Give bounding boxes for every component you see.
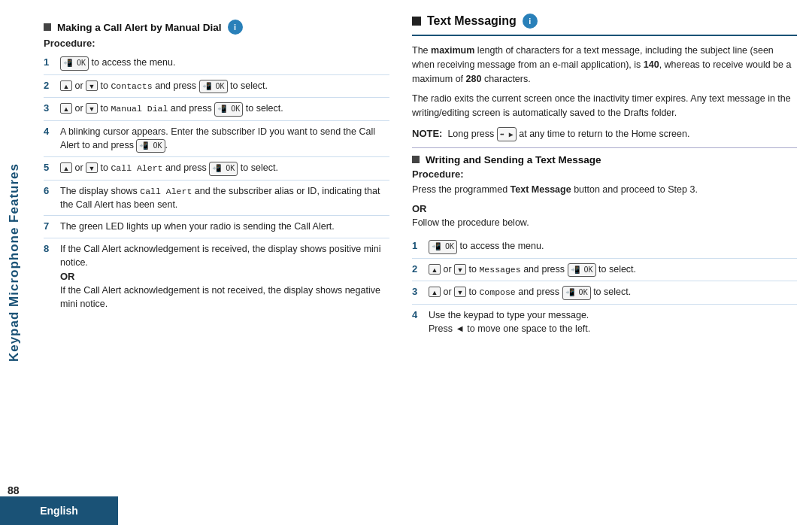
right-step-2: 2 ▲ or ▼ to Messages and press 📲 OK to s… bbox=[412, 259, 797, 282]
right-sub-divider bbox=[412, 147, 797, 148]
right-intro2: Follow the procedure below. bbox=[412, 216, 797, 230]
ok-key-icon: 📲 OK bbox=[214, 102, 243, 117]
right-subsection-square bbox=[412, 156, 420, 163]
left-procedure-label: Procedure: bbox=[44, 38, 389, 49]
left-section-title-row: Making a Call Alert by Manual Dial i bbox=[44, 20, 389, 35]
right-section-icon: i bbox=[523, 14, 538, 29]
left-section-square bbox=[44, 23, 51, 31]
right-subsection-title-row: Writing and Sending a Text Message bbox=[412, 154, 797, 165]
right-step-4: 4 Use the keypad to type your message. P… bbox=[412, 305, 797, 339]
arrow-up-icon-r3: ▲ bbox=[429, 287, 441, 297]
arrow-down-icon: ▼ bbox=[86, 103, 98, 114]
left-step-1: 1 📲 OK to access the menu. bbox=[44, 52, 389, 75]
arrow-down-icon-r2: ▼ bbox=[454, 264, 466, 275]
footer: English bbox=[0, 496, 118, 525]
right-section-title-row: Text Messaging i bbox=[412, 14, 797, 29]
left-step-4: 4 A blinking cursor appears. Enter the s… bbox=[44, 121, 389, 158]
arrow-up-icon: ▲ bbox=[60, 80, 72, 91]
ok-key-icon: 📲 OK bbox=[199, 80, 228, 94]
ok-key-icon-r3: 📲 OK bbox=[562, 286, 591, 300]
right-step-3: 3 ▲ or ▼ to Compose and press 📲 OK to se… bbox=[412, 281, 797, 305]
ok-key-icon: 📲 OK bbox=[136, 139, 165, 153]
left-step-2: 2 ▲ or ▼ to Contacts and press 📲 OK to s… bbox=[44, 75, 389, 99]
arrow-down-icon-r3: ▼ bbox=[454, 287, 466, 297]
ok-key-icon: 📲 OK bbox=[209, 162, 238, 176]
right-note: NOTE: Long press ⬌ ▶ at any time to retu… bbox=[412, 126, 797, 141]
right-section-square bbox=[412, 17, 421, 26]
page-number: 88 bbox=[8, 484, 20, 496]
right-intro1: Press the programmed Text Message button… bbox=[412, 183, 797, 197]
sidebar: Keypad Microphone Features bbox=[0, 0, 29, 525]
right-or-label: OR bbox=[412, 203, 797, 214]
left-step-8: 8 If the Call Alert acknowledgement is r… bbox=[44, 238, 389, 314]
left-step-3: 3 ▲ or ▼ to Manual Dial and press 📲 OK t… bbox=[44, 98, 389, 121]
ok-key-icon-r2: 📲 OK bbox=[568, 263, 596, 278]
right-procedure-label: Procedure: bbox=[412, 168, 797, 180]
left-column: Making a Call Alert by Manual Dial i Pro… bbox=[44, 14, 389, 489]
arrow-up-icon: ▲ bbox=[60, 103, 72, 114]
left-steps-list: 1 📲 OK to access the menu. 2 ▲ or ▼ to C… bbox=[44, 52, 389, 315]
home-key-icon: ⬌ ▶ bbox=[497, 127, 517, 141]
right-para1: The maximum length of characters for a t… bbox=[412, 44, 797, 86]
arrow-up-icon: ▲ bbox=[60, 162, 72, 173]
right-steps-list: 1 📲 OK to access the menu. 2 ▲ or ▼ to M… bbox=[412, 235, 797, 339]
arrow-down-icon: ▼ bbox=[86, 162, 98, 173]
right-section-divider bbox=[412, 35, 797, 36]
right-section-heading: Text Messaging bbox=[427, 14, 517, 28]
main-content: Making a Call Alert by Manual Dial i Pro… bbox=[29, 0, 812, 496]
left-step-5: 5 ▲ or ▼ to Call Alert and press 📲 OK to… bbox=[44, 157, 389, 181]
right-subsection-heading: Writing and Sending a Text Message bbox=[426, 154, 601, 165]
right-column: Text Messaging i The maximum length of c… bbox=[412, 14, 797, 489]
left-step-6: 6 The display shows Call Alert and the s… bbox=[44, 181, 389, 217]
ok-key-icon: 📲 OK bbox=[60, 56, 89, 71]
arrow-down-icon: ▼ bbox=[86, 80, 98, 91]
left-section-icon: i bbox=[228, 20, 243, 35]
sidebar-label: Keypad Microphone Features bbox=[7, 163, 22, 362]
right-para2: The radio exits the current screen once … bbox=[412, 92, 797, 120]
arrow-up-icon-r2: ▲ bbox=[429, 264, 441, 275]
left-section-heading: Making a Call Alert by Manual Dial bbox=[57, 22, 222, 33]
left-step-7: 7 The green LED lights up when your radi… bbox=[44, 216, 389, 238]
right-step-1: 1 📲 OK to access the menu. bbox=[412, 235, 797, 259]
language-label: English bbox=[40, 505, 78, 517]
ok-key-icon-r1: 📲 OK bbox=[429, 240, 457, 254]
